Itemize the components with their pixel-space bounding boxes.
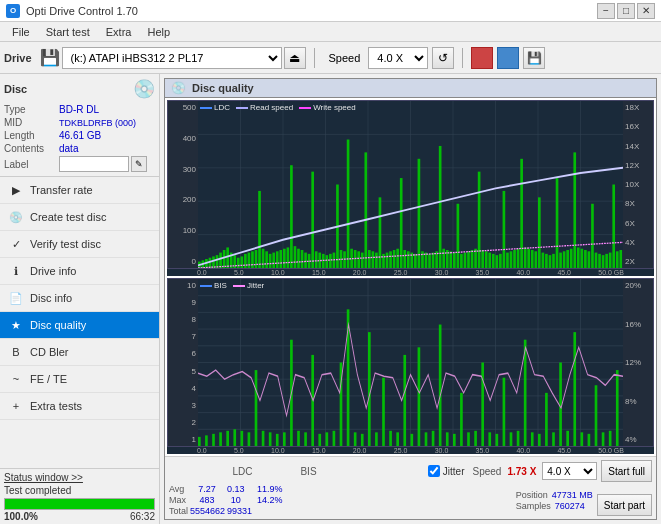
bis-legend-label: BIS [214, 281, 227, 290]
svg-rect-89 [467, 251, 470, 268]
nav-list: ▶ Transfer rate 💿 Create test disc ✓ Ver… [0, 177, 159, 468]
samples-val: 760274 [555, 501, 585, 511]
start-part-button[interactable]: Start part [597, 494, 652, 516]
chart2-y-9: 9 [192, 298, 196, 307]
drive-select[interactable]: (k:) ATAPI iHBS312 2 PL17 [62, 47, 282, 69]
svg-rect-59 [361, 253, 364, 268]
svg-rect-81 [439, 146, 442, 268]
x1-20: 20.0 [353, 269, 367, 276]
svg-rect-158 [248, 432, 251, 446]
button2[interactable] [497, 47, 519, 69]
chart2-y-7: 7 [192, 332, 196, 341]
button1[interactable] [471, 47, 493, 69]
svg-rect-78 [428, 254, 431, 268]
total-label: Total [169, 506, 188, 516]
svg-rect-118 [570, 249, 573, 268]
sidebar-item-extra-tests[interactable]: + Extra tests [0, 393, 159, 420]
status-window-button[interactable]: Status window >> [4, 472, 83, 483]
svg-rect-90 [471, 250, 474, 268]
verify-test-disc-icon: ✓ [8, 236, 24, 252]
svg-rect-25 [241, 256, 244, 268]
x2-15: 15.0 [312, 447, 326, 454]
start-full-button[interactable]: Start full [601, 460, 652, 482]
progress-percent: 100.0% [4, 511, 38, 522]
svg-rect-26 [244, 254, 247, 268]
svg-rect-183 [425, 432, 428, 446]
app-title: Opti Drive Control 1.70 [26, 5, 138, 17]
svg-rect-101 [510, 251, 513, 268]
svg-rect-34 [272, 253, 275, 268]
close-button[interactable]: ✕ [637, 3, 655, 19]
svg-rect-71 [403, 250, 406, 268]
svg-rect-86 [457, 204, 460, 268]
jitter-stats: 11.9% 14.2% [257, 484, 283, 516]
svg-rect-69 [396, 249, 399, 268]
menu-file[interactable]: File [4, 25, 38, 39]
sidebar-item-transfer-rate[interactable]: ▶ Transfer rate [0, 177, 159, 204]
bis-col-header: BIS [286, 466, 331, 477]
minimize-button[interactable]: − [597, 3, 615, 19]
chart1-svg [198, 101, 623, 268]
save-button[interactable]: 💾 [523, 47, 545, 69]
svg-rect-119 [573, 152, 576, 268]
svg-rect-105 [524, 247, 527, 268]
sidebar-item-verify-test-disc[interactable]: ✓ Verify test disc [0, 231, 159, 258]
svg-rect-155 [226, 431, 229, 446]
speed-select-bottom[interactable]: 4.0 X [542, 462, 597, 480]
svg-rect-208 [602, 432, 605, 446]
speed-select[interactable]: 4.0 X [368, 47, 428, 69]
jitter-legend-label: Jitter [247, 281, 264, 290]
svg-rect-99 [503, 191, 506, 268]
sidebar-item-create-test-disc[interactable]: 💿 Create test disc [0, 204, 159, 231]
svg-rect-30 [258, 191, 261, 268]
svg-rect-88 [464, 253, 467, 268]
chart1-y-200: 200 [183, 195, 196, 204]
legend-ldc: LDC [200, 103, 230, 112]
sidebar-item-fe-te[interactable]: ~ FE / TE [0, 366, 159, 393]
menu-start-test[interactable]: Start test [38, 25, 98, 39]
svg-rect-36 [279, 250, 282, 268]
sidebar-item-cd-bler[interactable]: B CD Bler [0, 339, 159, 366]
chart1-yr-16: 16X [625, 122, 639, 131]
stats-header-row: LDC BIS Jitter Speed 1.73 X 4.0 X Start … [169, 460, 652, 482]
svg-rect-100 [506, 253, 509, 268]
svg-rect-87 [460, 254, 463, 268]
chart1-yr-2: 2X [625, 257, 635, 266]
menu-help[interactable]: Help [139, 25, 178, 39]
svg-rect-108 [534, 251, 537, 268]
chart1-wrapper: 500 400 300 200 100 0 [167, 100, 654, 276]
label-edit-button[interactable]: ✎ [131, 156, 147, 172]
chart2-y-left: 10 9 8 7 6 5 4 3 2 1 [168, 279, 198, 446]
drive-icon: 💾 [40, 48, 60, 67]
svg-rect-95 [488, 253, 491, 268]
svg-rect-70 [400, 178, 403, 268]
disc-label-input[interactable] [59, 156, 129, 172]
svg-rect-176 [375, 432, 378, 446]
menu-extra[interactable]: Extra [98, 25, 140, 39]
charts-container: 500 400 300 200 100 0 [165, 98, 656, 456]
sidebar-item-disc-info[interactable]: 📄 Disc info [0, 285, 159, 312]
sidebar-item-disc-quality-label: Disc quality [30, 319, 86, 331]
jitter-checkbox[interactable] [428, 465, 440, 477]
speed-display: 1.73 X [507, 466, 536, 477]
status-bar: Status window >> Test completed 100.0% 6… [0, 468, 159, 524]
chart1-yr-12: 12X [625, 161, 639, 170]
eject-button[interactable]: ⏏ [284, 47, 306, 69]
sidebar-item-disc-quality[interactable]: ★ Disc quality [0, 312, 159, 339]
svg-rect-33 [269, 254, 272, 268]
chart2-y-2: 2 [192, 418, 196, 427]
maximize-button[interactable]: □ [617, 3, 635, 19]
ldc-avg: 7.27 [194, 484, 221, 494]
disc-quality-panel: 💿 Disc quality 500 400 300 200 [164, 78, 657, 520]
svg-rect-38 [287, 247, 290, 268]
svg-rect-185 [439, 325, 442, 446]
x2-0: 0.0 [197, 447, 207, 454]
svg-rect-156 [233, 429, 236, 446]
chart2-yr-8: 8% [625, 397, 637, 406]
sidebar-item-drive-info[interactable]: ℹ Drive info [0, 258, 159, 285]
svg-rect-192 [488, 432, 491, 446]
sidebar-item-verify-test-disc-label: Verify test disc [30, 238, 101, 250]
svg-rect-182 [418, 347, 421, 446]
refresh-button[interactable]: ↺ [432, 47, 454, 69]
svg-rect-61 [368, 250, 371, 268]
